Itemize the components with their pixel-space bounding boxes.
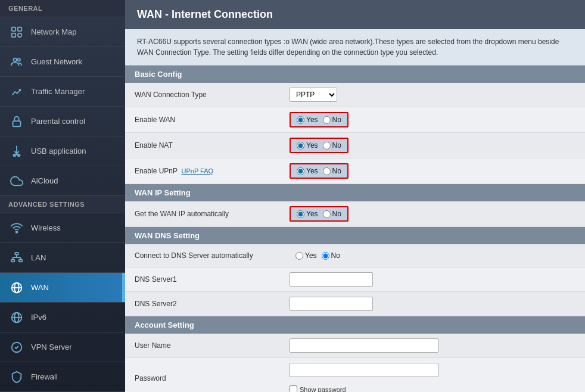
get-wan-ip-control: Yes No [290, 206, 348, 222]
usb-icon [8, 143, 25, 160]
dns-server1-input[interactable] [290, 272, 373, 287]
svg-rect-12 [11, 259, 15, 262]
ipv6-icon [8, 309, 25, 326]
account-setting-title: Account Setting [125, 316, 585, 334]
get-wan-ip-label: Get the WAN IP automatically [135, 210, 290, 218]
connect-dns-auto-row: Connect to DNS Server automatically Yes … [125, 244, 585, 267]
show-password-label[interactable]: Show password [290, 385, 346, 392]
dns-server2-input[interactable] [290, 297, 373, 311]
enable-nat-radio-group: Yes No [290, 138, 348, 153]
sidebar-item-vpn-server-label: VPN Server [31, 343, 72, 351]
wan-icon [8, 279, 25, 296]
svg-point-3 [18, 33, 21, 36]
basic-config-title: Basic Config [125, 66, 585, 83]
main-content: WAN - Internet Connection RT-AC66U suppo… [125, 0, 585, 392]
sidebar-item-wireless-label: Wireless [31, 223, 61, 232]
connect-dns-auto-radio-group: Yes No [290, 249, 346, 262]
connect-dns-auto-label: Connect to DNS Server automatically [135, 251, 290, 260]
connect-dns-yes-label[interactable]: Yes [295, 251, 317, 260]
password-input[interactable] [290, 363, 438, 377]
enable-wan-label: Enable WAN [135, 116, 290, 124]
sidebar-item-aicloud[interactable]: AiCloud [0, 166, 125, 196]
sidebar-item-vpn-server[interactable]: VPN Server [0, 332, 125, 362]
dns-server2-label: DNS Server2 [135, 300, 290, 308]
wan-dns-setting-title: WAN DNS Setting [125, 227, 585, 244]
enable-upnp-row: Enable UPnP UPnP FAQ Yes No [125, 158, 585, 184]
get-wan-ip-no-radio[interactable] [323, 210, 331, 218]
svg-rect-9 [18, 154, 20, 156]
svg-rect-6 [13, 121, 21, 126]
get-wan-ip-yes-label[interactable]: Yes [297, 210, 318, 218]
enable-nat-label: Enable NAT [135, 141, 290, 150]
dns-server1-label: DNS Server1 [135, 275, 290, 284]
svg-rect-8 [14, 154, 16, 156]
upnp-faq-link[interactable]: UPnP FAQ [182, 167, 214, 175]
get-wan-ip-yes-radio[interactable] [297, 210, 304, 218]
traffic-icon [8, 83, 25, 100]
enable-upnp-yes-radio[interactable] [297, 167, 304, 175]
sidebar-item-traffic-manager[interactable]: Traffic Manager [0, 77, 125, 107]
sidebar-item-guest-network[interactable]: Guest Network [0, 47, 125, 77]
enable-upnp-label: Enable UPnP UPnP FAQ [135, 167, 290, 175]
enable-wan-radio-group: Yes No [290, 112, 348, 127]
svg-rect-13 [19, 259, 22, 262]
connect-dns-auto-control: Yes No [290, 249, 346, 262]
enable-nat-yes-label[interactable]: Yes [297, 141, 318, 150]
enable-wan-no-radio[interactable] [323, 116, 331, 124]
vpn-icon [8, 339, 25, 356]
map-icon [8, 24, 25, 41]
dns-server1-row: DNS Server1 [125, 267, 585, 292]
enable-wan-yes-radio[interactable] [297, 116, 304, 124]
dns-server1-control [290, 272, 373, 287]
connect-dns-yes-radio[interactable] [295, 252, 303, 260]
user-name-control [290, 338, 438, 353]
enable-wan-no-label[interactable]: No [323, 116, 341, 124]
get-wan-ip-no-label[interactable]: No [323, 210, 341, 218]
sidebar-item-network-map[interactable]: Network Map [0, 17, 125, 47]
enable-upnp-yes-label[interactable]: Yes [297, 167, 318, 175]
wan-connection-type-select[interactable]: PPTP DHCP Static IP PPPoE L2TP [290, 88, 337, 102]
get-wan-ip-row: Get the WAN IP automatically Yes No [125, 201, 585, 227]
sidebar-item-lan[interactable]: LAN [0, 243, 125, 273]
sidebar-item-wan[interactable]: WAN [0, 273, 125, 303]
enable-wan-row: Enable WAN Yes No [125, 107, 585, 133]
firewall-icon [8, 369, 25, 385]
svg-rect-0 [12, 27, 15, 30]
sidebar-item-firewall-label: Firewall [31, 372, 58, 381]
connect-dns-no-label[interactable]: No [322, 251, 340, 260]
svg-point-4 [14, 58, 17, 61]
dns-server2-row: DNS Server2 [125, 292, 585, 316]
active-indicator [122, 273, 125, 302]
svg-rect-11 [15, 252, 18, 254]
enable-upnp-radio-group: Yes No [290, 163, 348, 179]
enable-nat-yes-radio[interactable] [297, 142, 304, 150]
wan-ip-setting-title: WAN IP Setting [125, 184, 585, 201]
password-control: Show password [290, 363, 438, 392]
user-name-label: User Name [135, 341, 290, 350]
sidebar-item-firewall[interactable]: Firewall [0, 362, 125, 392]
enable-upnp-no-radio[interactable] [323, 167, 331, 175]
wan-ip-setting-section: WAN IP Setting Get the WAN IP automatica… [125, 184, 585, 227]
enable-nat-no-radio[interactable] [323, 142, 331, 150]
dns-server2-control [290, 297, 373, 311]
show-password-checkbox[interactable] [290, 385, 297, 392]
wan-connection-type-control: PPTP DHCP Static IP PPPoE L2TP [290, 88, 337, 102]
lan-icon [8, 250, 25, 266]
enable-upnp-no-label[interactable]: No [323, 167, 341, 175]
sidebar-item-guest-network-label: Guest Network [31, 57, 82, 66]
sidebar-item-parental-control[interactable]: Parental control [0, 107, 125, 136]
svg-rect-2 [12, 33, 15, 36]
user-name-input[interactable] [290, 338, 438, 353]
sidebar-item-network-map-label: Network Map [31, 27, 77, 36]
enable-nat-no-label[interactable]: No [323, 141, 341, 150]
enable-wan-yes-label[interactable]: Yes [297, 116, 318, 124]
enable-nat-row: Enable NAT Yes No [125, 133, 585, 158]
account-setting-section: Account Setting User Name Password Show … [125, 316, 585, 392]
connect-dns-no-radio[interactable] [322, 252, 329, 260]
sidebar-item-ipv6[interactable]: IPv6 [0, 303, 125, 332]
enable-wan-control: Yes No [290, 112, 348, 127]
sidebar-item-usb-application[interactable]: USB application [0, 136, 125, 166]
sidebar: General Network Map Guest Network Traffi… [0, 0, 125, 392]
sidebar-item-wireless[interactable]: Wireless [0, 213, 125, 243]
wan-dns-setting-section: WAN DNS Setting Connect to DNS Server au… [125, 227, 585, 316]
